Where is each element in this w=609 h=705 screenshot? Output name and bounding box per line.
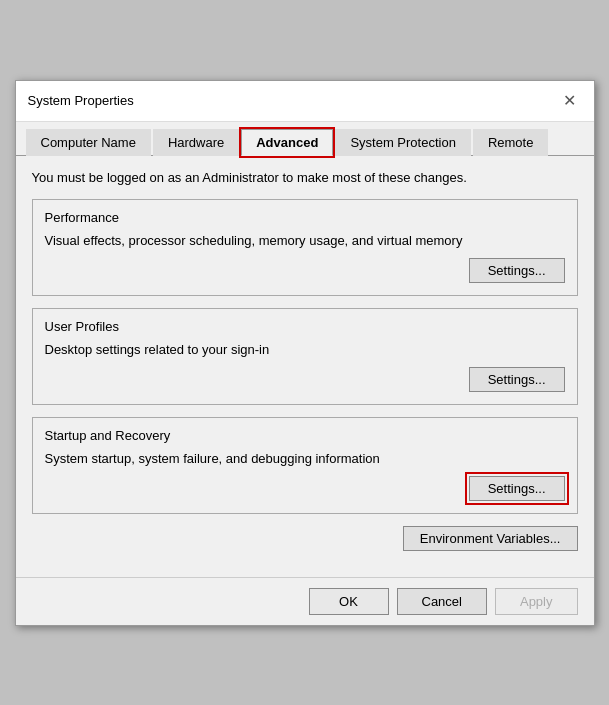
tab-system-protection[interactable]: System Protection [335,129,471,156]
window-title: System Properties [28,93,134,108]
startup-recovery-section: Startup and Recovery System startup, sys… [32,417,578,514]
environment-variables-button[interactable]: Environment Variables... [403,526,578,551]
tab-hardware[interactable]: Hardware [153,129,239,156]
admin-info-text: You must be logged on as an Administrato… [32,170,578,185]
startup-recovery-description: System startup, system failure, and debu… [45,451,565,466]
performance-btn-row: Settings... [45,258,565,283]
tab-remote[interactable]: Remote [473,129,549,156]
title-bar: System Properties ✕ [16,81,594,122]
performance-settings-button[interactable]: Settings... [469,258,565,283]
user-profiles-btn-row: Settings... [45,367,565,392]
tab-content: You must be logged on as an Administrato… [16,156,594,577]
startup-recovery-title: Startup and Recovery [45,428,565,443]
user-profiles-settings-button[interactable]: Settings... [469,367,565,392]
tab-computer-name[interactable]: Computer Name [26,129,151,156]
tab-advanced[interactable]: Advanced [241,129,333,156]
user-profiles-description: Desktop settings related to your sign-in [45,342,565,357]
tab-bar: Computer Name Hardware Advanced System P… [16,122,594,156]
system-properties-window: System Properties ✕ Computer Name Hardwa… [15,80,595,626]
user-profiles-section: User Profiles Desktop settings related t… [32,308,578,405]
apply-button[interactable]: Apply [495,588,578,615]
env-variables-row: Environment Variables... [32,526,578,551]
close-button[interactable]: ✕ [558,89,582,113]
ok-button[interactable]: OK [309,588,389,615]
performance-description: Visual effects, processor scheduling, me… [45,233,565,248]
bottom-bar: OK Cancel Apply [16,577,594,625]
user-profiles-title: User Profiles [45,319,565,334]
startup-recovery-settings-button[interactable]: Settings... [469,476,565,501]
cancel-button[interactable]: Cancel [397,588,487,615]
performance-title: Performance [45,210,565,225]
startup-recovery-btn-row: Settings... [45,476,565,501]
performance-section: Performance Visual effects, processor sc… [32,199,578,296]
